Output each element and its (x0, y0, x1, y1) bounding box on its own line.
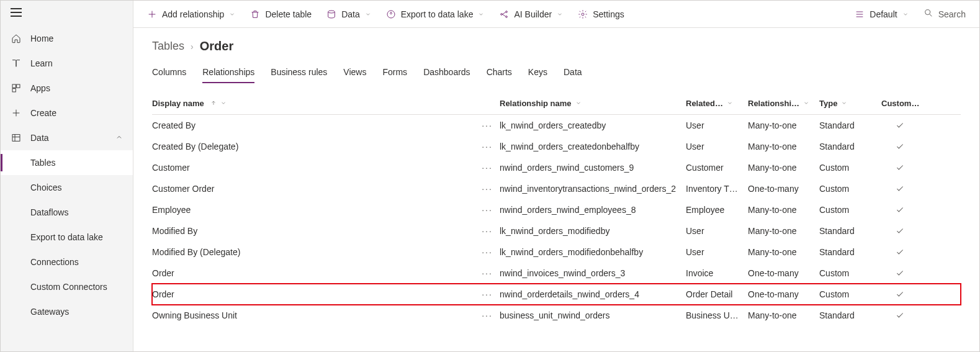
row-more-button[interactable]: ··· (475, 120, 500, 130)
cell-related: User (686, 247, 748, 257)
table-row[interactable]: Employee ··· nwind_orders_nwind_employee… (152, 199, 961, 220)
sidebar-item-label: Dataflows (30, 207, 68, 217)
row-more-button[interactable]: ··· (475, 310, 500, 320)
ai-builder-button[interactable]: AI Builder (493, 1, 569, 27)
cell-type: Standard (819, 120, 881, 130)
tab-relationships[interactable]: Relationships (202, 62, 254, 83)
sort-asc-icon (210, 99, 217, 108)
row-more-button[interactable]: ··· (475, 226, 500, 236)
tab-label: Relationships (202, 67, 254, 77)
cell-display-name: Created By (152, 120, 475, 130)
check-icon (881, 269, 919, 278)
col-label: Relationship name (500, 99, 572, 108)
sidebar-item-choices[interactable]: Choices (1, 175, 133, 200)
tab-business-rules[interactable]: Business rules (271, 62, 327, 83)
sidebar-item-home[interactable]: Home (1, 26, 133, 51)
col-related[interactable]: Related… (686, 99, 748, 108)
sidebar-item-dataflows[interactable]: Dataflows (1, 200, 133, 225)
row-more-button[interactable]: ··· (475, 163, 500, 173)
table-row[interactable]: Modified By ··· lk_nwind_orders_modified… (152, 220, 961, 241)
sidebar-item-create[interactable]: Create (1, 101, 133, 125)
sidebar-item-data[interactable]: Data (1, 125, 133, 150)
tab-keys[interactable]: Keys (528, 62, 547, 83)
sidebar-item-connections[interactable]: Connections (1, 250, 133, 274)
sidebar-item-apps[interactable]: Apps (1, 76, 133, 101)
svg-rect-1 (17, 84, 20, 88)
tab-charts[interactable]: Charts (487, 62, 512, 83)
database-icon (326, 9, 336, 19)
check-icon (881, 184, 919, 193)
tab-data[interactable]: Data (564, 62, 582, 83)
table-row[interactable]: Customer ··· nwind_orders_nwind_customer… (152, 157, 961, 178)
table-row[interactable]: Order ··· nwind_invoices_nwind_orders_3 … (152, 263, 961, 284)
table-row[interactable]: Created By (Delegate) ··· lk_nwind_order… (152, 136, 961, 157)
row-more-button[interactable]: ··· (475, 289, 500, 299)
sidebar-item-label: Tables (30, 158, 55, 168)
col-display-name[interactable]: Display name (152, 99, 475, 108)
plus-icon (147, 9, 157, 19)
chevron-down-icon (478, 9, 484, 19)
chevron-down-icon (841, 99, 847, 108)
cell-relationship-name: nwind_orders_nwind_employees_8 (500, 205, 686, 215)
tab-dashboards[interactable]: Dashboards (423, 62, 470, 83)
tab-views[interactable]: Views (343, 62, 366, 83)
cell-related: Employee (686, 205, 748, 215)
search-button[interactable]: Search (917, 8, 972, 20)
chevron-down-icon (220, 99, 227, 108)
view-default-button[interactable]: Default (848, 1, 914, 27)
settings-button[interactable]: Settings (572, 1, 631, 27)
row-more-button[interactable]: ··· (475, 184, 500, 194)
table-row[interactable]: Created By ··· lk_nwind_orders_createdby… (152, 115, 961, 136)
check-icon (881, 248, 919, 256)
col-type[interactable]: Type (819, 99, 881, 108)
svg-rect-2 (12, 89, 16, 92)
add-relationship-button[interactable]: Add relationship (141, 1, 241, 27)
hamburger-icon[interactable] (11, 8, 22, 17)
sidebar-item-label: Learn (30, 58, 53, 68)
sidebar-item-label: Create (30, 108, 56, 118)
col-label: Related… (686, 99, 723, 108)
breadcrumb-parent[interactable]: Tables (152, 40, 184, 53)
col-customizable[interactable]: Custom… (881, 99, 919, 108)
sidebar-item-gateways[interactable]: Gateways (1, 299, 133, 324)
trash-icon (250, 9, 260, 19)
row-more-button[interactable]: ··· (475, 268, 500, 278)
cell-relationship-type: Many-to-one (748, 247, 819, 257)
tab-forms[interactable]: Forms (382, 62, 407, 83)
cmd-label: Delete table (265, 9, 312, 19)
table-row[interactable]: Modified By (Delegate) ··· lk_nwind_orde… (152, 241, 961, 263)
row-more-button[interactable]: ··· (475, 205, 500, 215)
chevron-down-icon (727, 99, 733, 108)
cell-type: Standard (819, 226, 881, 236)
entity-tabs: Columns Relationships Business rules Vie… (133, 60, 979, 84)
table-row[interactable]: Order ··· nwind_orderdetails_nwind_order… (152, 284, 961, 305)
cell-related: User (686, 226, 748, 236)
check-icon (881, 290, 919, 299)
cell-display-name: Employee (152, 205, 475, 215)
relationships-grid: Display name Relationship name Related… … (133, 84, 979, 351)
row-more-button[interactable]: ··· (475, 247, 500, 257)
cell-display-name: Order (152, 268, 475, 278)
tab-label: Columns (152, 67, 186, 77)
row-more-button[interactable]: ··· (475, 142, 500, 151)
sidebar-item-label: Gateways (30, 307, 69, 317)
export-data-lake-button[interactable]: Export to data lake (380, 1, 491, 27)
chevron-up-icon (115, 133, 123, 143)
check-icon (881, 311, 919, 320)
data-button[interactable]: Data (320, 1, 377, 27)
table-row[interactable]: Owning Business Unit ··· business_unit_n… (152, 305, 961, 326)
sidebar-item-tables[interactable]: Tables (1, 150, 133, 175)
svg-point-10 (925, 10, 930, 15)
svg-point-7 (506, 11, 508, 12)
delete-table-button[interactable]: Delete table (244, 1, 318, 27)
cell-display-name: Modified By (152, 226, 475, 236)
svg-rect-3 (12, 135, 20, 142)
sidebar-item-custom-connectors[interactable]: Custom Connectors (1, 274, 133, 299)
sidebar-item-export-data-lake[interactable]: Export to data lake (1, 225, 133, 250)
col-relationship-type[interactable]: Relationshi… (748, 99, 819, 108)
col-relationship-name[interactable]: Relationship name (500, 99, 686, 108)
tab-columns[interactable]: Columns (152, 62, 186, 83)
cell-related: Inventory T… (686, 184, 748, 194)
table-row[interactable]: Customer Order ··· nwind_inventorytransa… (152, 178, 961, 199)
sidebar-item-learn[interactable]: Learn (1, 51, 133, 76)
